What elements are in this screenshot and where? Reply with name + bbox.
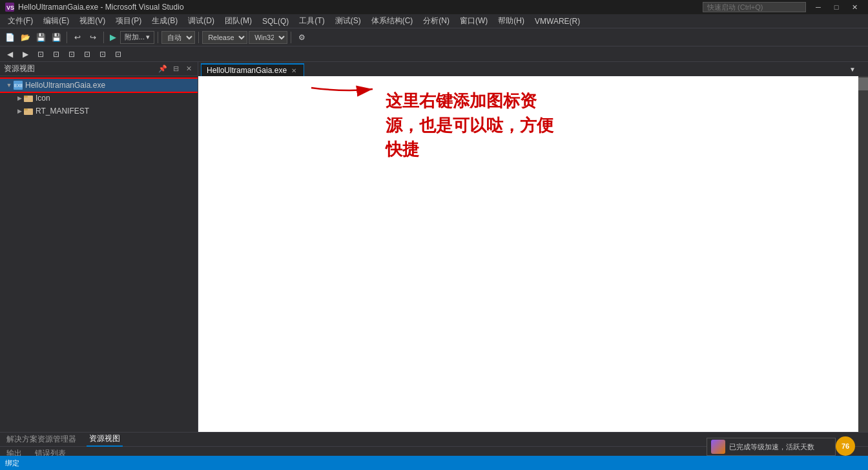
toolbar2-btn6[interactable]: ⊡	[80, 47, 94, 61]
toolbar2-btn3[interactable]: ⊡	[34, 47, 48, 61]
redo-button[interactable]: ↪	[86, 30, 100, 45]
editor-panel: HelloUltramanGaia.exe ✕ ▼ 这里右键添加图	[198, 62, 868, 432]
svg-text:EXE: EXE	[14, 83, 23, 88]
menu-sql[interactable]: SQL(Q)	[257, 15, 294, 27]
status-text: 绑定	[5, 458, 19, 468]
menu-build[interactable]: 生成(B)	[147, 14, 183, 28]
scrollbar-right[interactable]	[858, 76, 868, 432]
restore-button[interactable]: □	[828, 2, 845, 12]
panel-header: 资源视图 📌 ⊟ ✕	[0, 62, 198, 76]
tree-item-icon[interactable]: ▶ Icon	[0, 92, 198, 105]
platform-dropdown[interactable]: Win32	[249, 31, 287, 44]
attach-label: 附加...	[125, 32, 145, 42]
sep2	[103, 32, 104, 43]
tree-item-icon-label: Icon	[36, 94, 50, 103]
folder-icon-2	[23, 106, 34, 116]
window-title: HelloUltramanGaia.exe - Microsoft Visual…	[18, 3, 699, 12]
toolbar2-btn7[interactable]: ⊡	[96, 47, 110, 61]
notification-badge[interactable]: 76	[836, 436, 855, 456]
sep5	[291, 32, 291, 43]
sep4	[198, 32, 199, 43]
minimize-button[interactable]: ─	[810, 2, 827, 12]
notification-popup[interactable]: 已完成等级加速，活跃天数	[707, 438, 836, 456]
save-all-button[interactable]: 💾	[49, 30, 63, 45]
expand-icon-2[interactable]: ▶	[16, 94, 23, 102]
tree-item-root-label: HelloUltramanGaia.exe	[25, 81, 105, 90]
solution-explorer-tab[interactable]: 解决方案资源管理器	[4, 433, 79, 446]
attach-dropdown-icon[interactable]: ▾	[146, 33, 150, 41]
menu-arch[interactable]: 体系结构(C)	[366, 14, 418, 28]
menu-analyze[interactable]: 分析(N)	[418, 14, 455, 28]
panel-close-button[interactable]: ✕	[183, 64, 194, 74]
expand-icon-3[interactable]: ▶	[16, 107, 23, 115]
new-project-button[interactable]: 📄	[3, 30, 17, 45]
attach-button[interactable]: 附加... ▾	[120, 31, 154, 44]
resource-view-tab[interactable]: 资源视图	[87, 432, 123, 447]
annotation-text: 这里右键添加图标资源，也是可以哒，方便快捷	[386, 89, 560, 162]
toolbar2-btn4[interactable]: ⊡	[49, 47, 63, 61]
tree-item-root[interactable]: ▼ EXE HelloUltramanGaia.exe	[0, 79, 198, 92]
editor-content: 这里右键添加图标资源，也是可以哒，方便快捷	[198, 76, 868, 432]
menu-edit[interactable]: 编辑(E)	[38, 14, 74, 28]
tree-item-manifest[interactable]: ▶ RT_MANIFEST	[0, 105, 198, 118]
menu-help[interactable]: 帮助(H)	[493, 14, 530, 28]
menu-team[interactable]: 团队(M)	[220, 14, 257, 28]
toolbar2-btn8[interactable]: ⊡	[111, 47, 125, 61]
close-button[interactable]: ✕	[846, 2, 863, 12]
window-controls: ─ □ ✕	[810, 2, 863, 12]
toolbar2-btn5[interactable]: ⊡	[65, 47, 79, 61]
title-bar: VS HelloUltramanGaia.exe - Microsoft Vis…	[0, 0, 868, 14]
tree-view: ▼ EXE HelloUltramanGaia.exe ▶	[0, 76, 198, 432]
tab-scroll-right-button[interactable]: ▼	[847, 62, 858, 76]
menu-window[interactable]: 窗口(W)	[455, 14, 493, 28]
panel-title: 资源视图	[4, 63, 155, 74]
save-button[interactable]: 💾	[34, 30, 48, 45]
svg-rect-5	[24, 96, 28, 97]
left-panel: 资源视图 📌 ⊟ ✕ ▼ EXE HelloUltramanGaia.exe ▶	[0, 62, 198, 432]
undo-button[interactable]: ↩	[70, 30, 85, 45]
notification-text: 已完成等级加速，活跃天数	[729, 442, 814, 452]
quick-launch-input[interactable]	[703, 2, 806, 12]
menu-bar: 文件(F) 编辑(E) 视图(V) 项目(P) 生成(B) 调试(D) 团队(M…	[0, 14, 868, 28]
toolbar2-btn1[interactable]: ◀	[3, 47, 17, 61]
menu-view[interactable]: 视图(V)	[74, 14, 110, 28]
config-dropdown[interactable]: 自动	[161, 31, 195, 44]
notification-image	[711, 440, 725, 454]
sep3	[158, 32, 158, 43]
tab-close-button[interactable]: ✕	[289, 67, 298, 74]
menu-tools[interactable]: 工具(T)	[294, 14, 329, 28]
secondary-toolbar: ◀ ▶ ⊡ ⊡ ⊡ ⊡ ⊡ ⊡	[0, 46, 868, 62]
svg-rect-7	[24, 108, 28, 110]
exe-icon: EXE	[13, 80, 23, 90]
status-bar: 绑定	[0, 456, 868, 470]
tab-main[interactable]: HelloUltramanGaia.exe ✕	[201, 63, 304, 76]
sep1	[67, 32, 67, 43]
expand-icon[interactable]: ▼	[5, 81, 13, 89]
menu-project[interactable]: 项目(P)	[110, 14, 147, 28]
menu-test[interactable]: 测试(S)	[330, 14, 366, 28]
vs-logo: VS	[5, 3, 14, 12]
open-button[interactable]: 📂	[18, 30, 32, 45]
start-debug-button[interactable]: ▶	[107, 32, 119, 42]
release-dropdown[interactable]: Release	[202, 31, 247, 44]
svg-text:VS: VS	[6, 5, 14, 11]
toolbar2-btn2[interactable]: ▶	[18, 47, 32, 61]
folder-icon	[23, 93, 34, 103]
menu-debug[interactable]: 调试(D)	[183, 14, 220, 28]
solution-config-button[interactable]: ⚙	[294, 30, 309, 45]
panel-dock-button[interactable]: ⊟	[170, 64, 181, 74]
menu-vmware[interactable]: VMWARE(R)	[530, 15, 585, 27]
main-area: 资源视图 📌 ⊟ ✕ ▼ EXE HelloUltramanGaia.exe ▶	[0, 62, 868, 432]
panel-pin-button[interactable]: 📌	[158, 64, 168, 74]
menu-file[interactable]: 文件(F)	[3, 14, 38, 28]
tab-label: HelloUltramanGaia.exe	[207, 66, 287, 75]
scrollbar-thumb[interactable]	[858, 77, 868, 90]
main-toolbar: 📄 📂 💾 💾 ↩ ↪ ▶ 附加... ▾ 自动 Release Win32 ⚙	[0, 28, 868, 46]
tab-bar: HelloUltramanGaia.exe ✕ ▼	[198, 62, 868, 76]
tree-item-manifest-label: RT_MANIFEST	[36, 107, 89, 116]
